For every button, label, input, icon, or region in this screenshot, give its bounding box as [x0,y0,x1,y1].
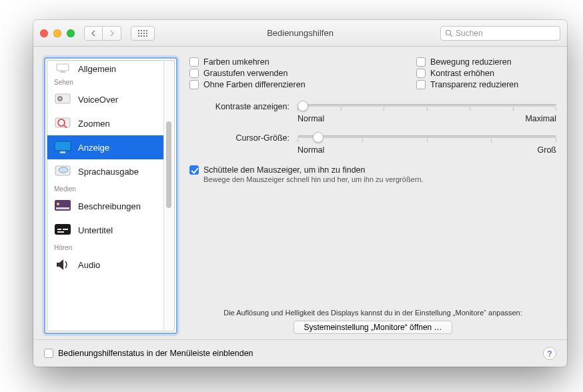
settings-pane: Farben umkehren Graustufen verwenden Ohn… [189,57,556,334]
svg-rect-9 [141,35,142,37]
svg-rect-22 [55,141,71,151]
open-displays-button[interactable]: Systemeinstellung „Monitore“ öffnen … [294,321,452,334]
help-icon: ? [547,349,552,359]
sidebar-item-untertitel[interactable]: Untertitel [47,218,163,242]
display-hint-text: Die Auflösung und Helligkeit des Display… [189,309,556,317]
svg-rect-30 [57,229,61,230]
sidebar-scrollbar[interactable] [163,61,173,330]
svg-rect-23 [60,151,65,153]
svg-point-25 [59,167,68,173]
checkbox-label: Ohne Farben differenzieren [203,80,306,89]
checkbox-input[interactable] [416,69,426,78]
checkbox-input[interactable] [189,80,199,89]
checkbox-invert-colors[interactable]: Farben umkehren [189,57,306,67]
help-button[interactable]: ? [543,347,556,360]
display-icon [54,139,71,155]
checkbox-reduce-motion[interactable]: Bewegung reduzieren [416,57,556,67]
checkbox-input[interactable] [416,80,426,89]
svg-rect-15 [60,71,65,73]
zoom-icon [54,115,71,131]
sidebar-item-label: Audio [78,260,100,270]
checkbox-differentiate-without-color[interactable]: Ohne Farben differenzieren [189,80,306,89]
svg-point-27 [57,203,59,205]
nav-buttons [84,26,121,41]
checkbox-label: Transparenz reduzieren [430,80,518,89]
svg-rect-31 [63,229,68,230]
cursor-slider-row: Cursor-Größe: [189,133,556,143]
sidebar-item-allgemein[interactable]: Allgemein [47,61,163,77]
checkbox-label: Bedienungshilfenstatus in der Menüleiste… [58,349,253,358]
sidebar-item-label: VoiceOver [78,95,118,105]
sidebar-container: Allgemein Sehen VoiceOver [44,57,177,334]
sidebar-item-label: Sprachausgabe [78,167,139,177]
forward-button[interactable] [103,26,121,41]
checkbox-input[interactable] [416,57,426,67]
svg-rect-1 [141,30,142,31]
search-input[interactable] [456,29,556,38]
svg-rect-2 [143,30,145,31]
search-icon [445,29,453,37]
sidebar-item-zoomen[interactable]: Zoomen [47,111,163,135]
cursor-size-slider[interactable] [298,133,556,143]
sidebar-item-audio[interactable]: Audio [47,253,163,277]
svg-rect-14 [57,64,69,71]
svg-rect-7 [146,33,147,34]
sidebar-item-label: Allgemein [78,64,116,74]
checkbox-label: Graustufen verwenden [203,69,287,78]
checkbox-reduce-transparency[interactable]: Transparenz reduzieren [416,80,556,89]
search-field[interactable] [440,26,560,41]
sidebar-item-sprachausgabe[interactable]: Sprachausgabe [47,159,163,183]
general-icon [54,61,71,77]
slider-max-label: Groß [538,145,556,155]
chevron-left-icon [91,30,96,37]
zoom-icon[interactable] [67,29,75,37]
checkbox-input[interactable] [44,349,53,358]
sidebar-item-label: Untertitel [78,225,113,235]
slider-label: Kontraste anzeigen: [189,102,289,111]
shake-subtext: Bewege den Mauszeiger schnell hin und he… [203,175,556,183]
captions-icon [54,222,71,238]
sidebar-item-label: Beschreibungen [78,201,141,211]
preferences-window: Bedienungshilfen Allgemein [33,20,567,367]
svg-rect-28 [56,207,69,209]
svg-point-12 [446,30,451,35]
footer: Bedienungshilfenstatus in der Menüleiste… [33,339,567,367]
sidebar-item-label: Zoomen [78,119,110,129]
slider-min-label: Normal [298,114,324,123]
slider-label: Cursor-Größe: [189,133,289,143]
scrollbar-thumb[interactable] [166,121,171,208]
svg-rect-10 [143,35,145,37]
sidebar-item-voiceover[interactable]: VoiceOver [47,87,163,111]
checkbox-grayscale[interactable]: Graustufen verwenden [189,69,306,78]
sidebar-item-beschreibungen[interactable]: Beschreibungen [47,194,163,218]
checkbox-input[interactable] [189,57,199,67]
svg-rect-11 [146,35,147,37]
contrast-slider-row: Kontraste anzeigen: [189,101,556,111]
back-button[interactable] [84,26,103,41]
voiceover-icon [54,91,71,107]
checkbox-label: Farben umkehren [203,57,269,67]
window-controls [40,29,75,37]
close-icon[interactable] [40,29,48,37]
contrast-slider[interactable] [298,101,556,111]
speech-icon [54,163,71,179]
checkbox-increase-contrast[interactable]: Kontrast erhöhen [416,69,556,78]
checkbox-shake-to-locate[interactable]: Schüttele den Mauszeiger, um ihn zu find… [189,165,556,175]
checkbox-input[interactable] [189,69,199,78]
sidebar-item-anzeige[interactable]: Anzeige [47,135,163,159]
svg-rect-0 [138,30,139,31]
checkbox-input[interactable] [189,165,199,175]
chevron-right-icon [109,30,115,37]
svg-rect-4 [138,33,139,34]
checkbox-label: Kontrast erhöhen [430,69,494,78]
checkbox-label: Bewegung reduzieren [430,57,512,67]
checkbox-show-menu-status[interactable]: Bedienungshilfenstatus in der Menüleiste… [44,349,253,358]
svg-rect-5 [141,33,142,34]
audio-icon [54,257,71,273]
sidebar-item-label: Anzeige [78,143,109,153]
sidebar-group-hoeren: Hören [47,242,163,253]
descriptions-icon [54,198,71,214]
show-all-button[interactable] [131,26,155,41]
sidebar[interactable]: Allgemein Sehen VoiceOver [47,60,175,331]
minimize-icon[interactable] [53,29,61,37]
